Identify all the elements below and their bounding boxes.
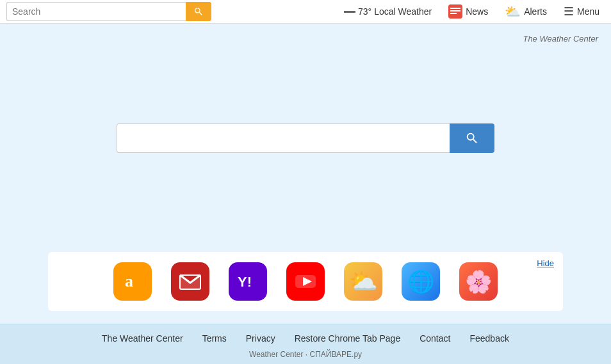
footer-sub-text: Weather Center · СПАЙВАРЕ.ру bbox=[0, 350, 611, 364]
hamburger-icon: ☰ bbox=[564, 4, 574, 19]
svg-text:Y!: Y! bbox=[238, 274, 252, 290]
browser-icon: 🌐 bbox=[402, 262, 440, 301]
alerts-label: Alerts bbox=[524, 6, 547, 17]
search-button[interactable] bbox=[186, 2, 211, 21]
quick-link-flower[interactable]: 🌸 bbox=[459, 262, 498, 301]
svg-rect-2 bbox=[450, 10, 460, 12]
flower-icon: 🌸 bbox=[459, 262, 498, 301]
weather-app-icon: ⛅ bbox=[344, 262, 382, 301]
weather-center-label: The Weather Center bbox=[523, 34, 598, 44]
center-search-button[interactable] bbox=[450, 123, 494, 153]
footer-link-feedback[interactable]: Feedback bbox=[469, 333, 509, 344]
quick-links-row: a Y! bbox=[61, 262, 550, 301]
quick-link-browser[interactable]: 🌐 bbox=[402, 262, 440, 301]
hide-button[interactable]: Hide bbox=[537, 258, 554, 268]
youtube-icon bbox=[286, 262, 325, 301]
alerts-nav-item[interactable]: ⛅ Alerts bbox=[500, 4, 552, 19]
quick-links-panel: Hide a bbox=[48, 252, 563, 311]
menu-button[interactable]: ☰ Menu bbox=[558, 4, 605, 19]
svg-rect-1 bbox=[450, 8, 460, 9]
footer-link-terms[interactable]: Terms bbox=[202, 333, 227, 344]
alerts-icon: ⛅ bbox=[505, 4, 521, 19]
footer-link-contact[interactable]: Contact bbox=[420, 333, 450, 344]
footer-link-weather-center[interactable]: The Weather Center bbox=[102, 333, 183, 344]
quick-link-gmail[interactable] bbox=[171, 262, 209, 301]
center-search-area bbox=[117, 123, 494, 153]
quick-link-yahoo[interactable]: Y! bbox=[229, 262, 267, 301]
quick-link-weather[interactable]: ⛅ bbox=[344, 262, 382, 301]
temp-dash-icon bbox=[344, 11, 355, 13]
menu-label: Menu bbox=[577, 6, 599, 17]
header: 73° Local Weather News ⛅ Alerts ☰ Menu bbox=[0, 0, 611, 24]
svg-rect-3 bbox=[450, 13, 457, 14]
news-nav-item[interactable]: News bbox=[443, 4, 493, 19]
footer-links: The Weather Center Terms Privacy Restore… bbox=[0, 324, 611, 350]
footer: The Weather Center Terms Privacy Restore… bbox=[0, 324, 611, 364]
news-icon bbox=[448, 4, 462, 19]
footer-link-restore[interactable]: Restore Chrome Tab Page bbox=[295, 333, 401, 344]
main-content: The Weather Center Hide a bbox=[0, 24, 611, 324]
quick-link-amazon[interactable]: a bbox=[113, 262, 152, 301]
footer-link-privacy[interactable]: Privacy bbox=[246, 333, 275, 344]
svg-text:a: a bbox=[125, 272, 133, 290]
gmail-icon bbox=[171, 262, 209, 301]
local-weather-nav[interactable]: 73° Local Weather bbox=[339, 6, 437, 17]
header-search-bar bbox=[6, 2, 217, 21]
search-input[interactable] bbox=[6, 2, 186, 21]
amazon-icon: a bbox=[113, 262, 152, 301]
quick-link-youtube[interactable] bbox=[286, 262, 325, 301]
local-weather-label: Local Weather bbox=[374, 6, 432, 17]
news-label: News bbox=[466, 6, 488, 17]
yahoo-icon: Y! bbox=[229, 262, 267, 301]
center-search-input[interactable] bbox=[117, 123, 450, 153]
temperature-value: 73° bbox=[358, 6, 371, 17]
